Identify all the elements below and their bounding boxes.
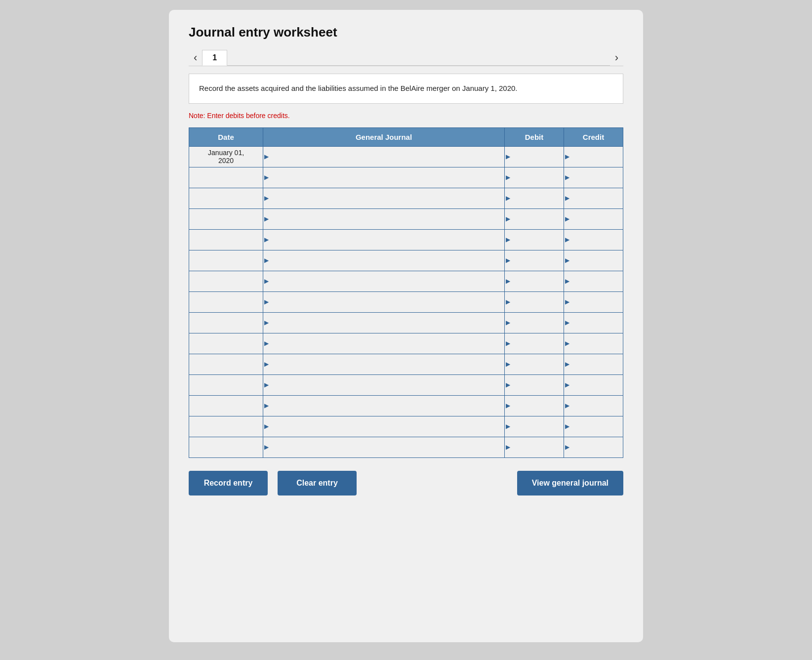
active-tab[interactable]: 1: [202, 50, 227, 66]
date-input[interactable]: [193, 356, 259, 372]
debit-cell[interactable]: ▶: [505, 167, 564, 188]
general-journal-cell[interactable]: ▶: [263, 437, 505, 457]
view-general-journal-button[interactable]: View general journal: [517, 471, 623, 495]
date-input[interactable]: [193, 315, 259, 331]
credit-cell[interactable]: ▶: [564, 354, 623, 374]
credit-cell[interactable]: ▶: [564, 437, 623, 457]
general-journal-cell[interactable]: ▶: [263, 208, 505, 229]
credit-input[interactable]: [564, 333, 623, 354]
debit-cell[interactable]: ▶: [505, 188, 564, 208]
general-journal-cell[interactable]: ▶: [263, 374, 505, 395]
debit-cell[interactable]: ▶: [505, 146, 564, 167]
date-cell[interactable]: [189, 312, 263, 333]
debit-input[interactable]: [505, 396, 564, 416]
date-input[interactable]: [193, 335, 259, 352]
date-input[interactable]: [193, 377, 259, 393]
general-journal-cell[interactable]: ▶: [263, 167, 505, 188]
date-input[interactable]: [193, 211, 259, 227]
debit-input[interactable]: [505, 271, 564, 291]
debit-cell[interactable]: ▶: [505, 229, 564, 250]
debit-input[interactable]: [505, 209, 564, 229]
debit-input[interactable]: [505, 416, 564, 437]
credit-cell[interactable]: ▶: [564, 333, 623, 354]
credit-cell[interactable]: ▶: [564, 271, 623, 291]
general-journal-input[interactable]: [263, 147, 504, 167]
credit-cell[interactable]: ▶: [564, 146, 623, 167]
credit-input[interactable]: [564, 354, 623, 374]
credit-cell[interactable]: ▶: [564, 250, 623, 271]
debit-cell[interactable]: ▶: [505, 333, 564, 354]
credit-cell[interactable]: ▶: [564, 188, 623, 208]
credit-cell[interactable]: ▶: [564, 229, 623, 250]
credit-input[interactable]: [564, 292, 623, 312]
date-cell[interactable]: [189, 291, 263, 312]
credit-cell[interactable]: ▶: [564, 395, 623, 416]
credit-cell[interactable]: ▶: [564, 208, 623, 229]
date-cell[interactable]: [189, 437, 263, 457]
general-journal-cell[interactable]: ▶: [263, 188, 505, 208]
debit-cell[interactable]: ▶: [505, 416, 564, 437]
date-cell[interactable]: [189, 416, 263, 437]
general-journal-input[interactable]: [263, 437, 504, 457]
debit-cell[interactable]: ▶: [505, 208, 564, 229]
debit-cell[interactable]: ▶: [505, 374, 564, 395]
date-cell[interactable]: [189, 395, 263, 416]
date-input[interactable]: [193, 252, 259, 269]
general-journal-input[interactable]: [263, 292, 504, 312]
general-journal-input[interactable]: [263, 209, 504, 229]
credit-input[interactable]: [564, 230, 623, 250]
general-journal-cell[interactable]: ▶: [263, 146, 505, 167]
date-input[interactable]: [193, 273, 259, 289]
credit-cell[interactable]: ▶: [564, 374, 623, 395]
date-cell[interactable]: [189, 250, 263, 271]
debit-input[interactable]: [505, 230, 564, 250]
credit-input[interactable]: [564, 167, 623, 188]
debit-input[interactable]: [505, 354, 564, 374]
debit-input[interactable]: [505, 147, 564, 167]
debit-cell[interactable]: ▶: [505, 291, 564, 312]
debit-input[interactable]: [505, 375, 564, 395]
credit-input[interactable]: [564, 147, 623, 167]
credit-input[interactable]: [564, 250, 623, 271]
general-journal-cell[interactable]: ▶: [263, 395, 505, 416]
general-journal-cell[interactable]: ▶: [263, 416, 505, 437]
general-journal-input[interactable]: [263, 188, 504, 208]
date-cell[interactable]: [189, 208, 263, 229]
credit-cell[interactable]: ▶: [564, 291, 623, 312]
general-journal-cell[interactable]: ▶: [263, 312, 505, 333]
general-journal-input[interactable]: [263, 271, 504, 291]
general-journal-cell[interactable]: ▶: [263, 333, 505, 354]
general-journal-cell[interactable]: ▶: [263, 354, 505, 374]
next-tab-button[interactable]: ›: [610, 50, 623, 65]
general-journal-cell[interactable]: ▶: [263, 271, 505, 291]
debit-input[interactable]: [505, 292, 564, 312]
debit-input[interactable]: [505, 167, 564, 188]
date-input[interactable]: [193, 294, 259, 310]
credit-input[interactable]: [564, 416, 623, 437]
date-input[interactable]: [193, 190, 259, 206]
general-journal-input[interactable]: [263, 250, 504, 271]
general-journal-input[interactable]: [263, 354, 504, 374]
general-journal-input[interactable]: [263, 396, 504, 416]
credit-input[interactable]: [564, 375, 623, 395]
credit-cell[interactable]: ▶: [564, 167, 623, 188]
credit-input[interactable]: [564, 271, 623, 291]
debit-cell[interactable]: ▶: [505, 312, 564, 333]
general-journal-input[interactable]: [263, 416, 504, 437]
credit-input[interactable]: [564, 188, 623, 208]
credit-input[interactable]: [564, 313, 623, 333]
credit-input[interactable]: [564, 437, 623, 457]
debit-input[interactable]: [505, 333, 564, 354]
debit-input[interactable]: [505, 437, 564, 457]
general-journal-cell[interactable]: ▶: [263, 250, 505, 271]
debit-cell[interactable]: ▶: [505, 437, 564, 457]
credit-cell[interactable]: ▶: [564, 416, 623, 437]
clear-entry-button[interactable]: Clear entry: [278, 471, 357, 495]
debit-input[interactable]: [505, 313, 564, 333]
debit-input[interactable]: [505, 250, 564, 271]
credit-cell[interactable]: ▶: [564, 312, 623, 333]
prev-tab-button[interactable]: ‹: [189, 50, 202, 65]
date-input[interactable]: [193, 169, 259, 186]
date-cell[interactable]: [189, 333, 263, 354]
date-cell[interactable]: [189, 188, 263, 208]
